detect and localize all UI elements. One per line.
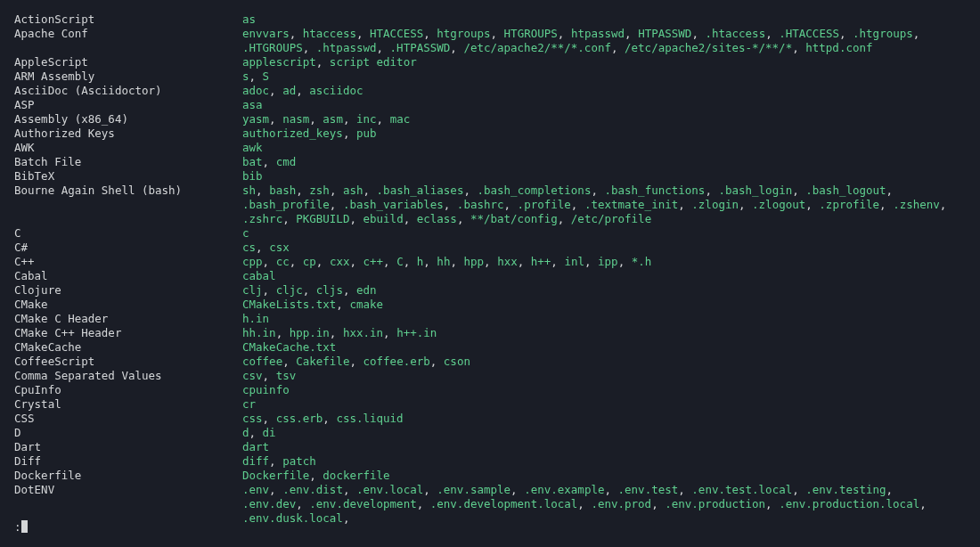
language-name: Clojure xyxy=(14,283,242,298)
language-name: C++ xyxy=(14,255,242,269)
language-name: CMake C Header xyxy=(14,312,242,326)
extension-token: .env.sample xyxy=(437,483,510,496)
extensions-cell: cabal xyxy=(242,269,980,283)
language-row: Batch Filebat, cmd xyxy=(14,155,980,169)
separator: , xyxy=(765,27,779,40)
extension-token: d xyxy=(242,426,249,439)
separator: , xyxy=(343,127,356,140)
extension-token: asm xyxy=(323,112,343,126)
separator: , xyxy=(551,255,564,268)
extension-token: awk xyxy=(242,141,263,154)
language-name: D xyxy=(14,426,242,440)
extension-token: edn xyxy=(356,283,377,297)
separator: , xyxy=(417,497,430,510)
extension-token: .env.dusk.local xyxy=(242,511,343,525)
extension-token: HTPASSWD xyxy=(638,27,691,40)
extension-token: sh xyxy=(242,184,256,197)
extension-token: .env.development.local xyxy=(430,497,578,510)
extension-token: *.h xyxy=(632,255,652,268)
extension-token: /etc/profile xyxy=(571,212,651,225)
language-row: Clojureclj, cljc, cljs, edn xyxy=(14,283,980,298)
extension-token: S xyxy=(263,69,270,83)
extension-token: ad xyxy=(282,84,296,97)
extension-token: css.erb xyxy=(276,412,323,425)
extension-token: script editor xyxy=(330,55,417,69)
separator: , xyxy=(343,483,356,496)
separator: , xyxy=(558,212,571,225)
extension-token: pub xyxy=(356,127,377,140)
language-name: ASP xyxy=(14,98,242,112)
extension-token: cxx xyxy=(330,255,350,268)
extension-token: htaccess xyxy=(303,27,356,40)
language-name: Batch File xyxy=(14,155,242,169)
language-name: DotENV xyxy=(14,483,242,497)
language-name: Diff xyxy=(14,454,242,469)
separator: , xyxy=(705,184,718,197)
extension-token: ipp xyxy=(598,255,618,268)
extension-token: .htgroups xyxy=(853,27,913,40)
separator: , xyxy=(491,27,504,40)
language-row: DotENV.env, .env.dist, .env.local, .env.… xyxy=(14,483,980,497)
extension-token: cr xyxy=(242,397,256,411)
extensions-cell: clj, cljc, cljs, edn xyxy=(242,283,980,298)
extension-token: .HTPASSWD xyxy=(390,41,451,54)
language-row: CMakeCacheCMakeCache.txt xyxy=(14,340,980,355)
language-name: BibTeX xyxy=(14,169,242,184)
extension-token: cs xyxy=(242,241,256,254)
separator: , xyxy=(276,326,290,339)
language-name: CMakeCache xyxy=(14,340,242,355)
language-list: ActionScriptasApache Confenvvars, htacce… xyxy=(14,12,980,526)
separator: , xyxy=(256,241,269,254)
extension-token: cpp xyxy=(242,255,263,268)
language-name: Crystal xyxy=(14,397,242,412)
extension-token: .bash_completions xyxy=(477,184,591,197)
extension-token: zsh xyxy=(309,184,330,197)
separator: , xyxy=(256,184,269,197)
extension-token: s xyxy=(242,69,249,83)
extension-token: inl xyxy=(564,255,584,268)
separator: , xyxy=(377,112,390,126)
separator: , xyxy=(290,27,303,40)
language-name: Authorized Keys xyxy=(14,127,242,141)
separator: , xyxy=(330,326,343,339)
separator: , xyxy=(765,497,779,510)
separator: , xyxy=(336,298,349,311)
language-row: AppleScriptapplescript, script editor xyxy=(14,55,980,69)
extensions-cell: awk xyxy=(242,141,980,155)
extension-token: coffee.erb xyxy=(363,355,430,368)
extensions-cell: css, css.erb, css.liquid xyxy=(242,412,980,426)
extension-token: adoc xyxy=(242,84,269,97)
extensions-cell: cpp, cc, cp, cxx, c++, C, h, hh, hpp, hx… xyxy=(242,255,980,269)
separator: , xyxy=(940,198,947,211)
extension-token: htgroups xyxy=(437,27,490,40)
extensions-cell: yasm, nasm, asm, inc, mac xyxy=(242,112,980,127)
language-name: C# xyxy=(14,241,242,255)
extensions-cell: cpuinfo xyxy=(242,383,980,397)
separator: , xyxy=(296,84,309,97)
prompt-line[interactable]: : xyxy=(14,520,28,535)
separator: , xyxy=(839,27,853,40)
separator: , xyxy=(249,69,263,83)
separator: , xyxy=(450,255,463,268)
separator: , xyxy=(282,212,296,225)
extension-token: HTACCESS xyxy=(370,27,423,40)
extension-token: as xyxy=(242,12,256,26)
extension-token: .zprofile xyxy=(819,198,879,211)
extension-token: ebuild xyxy=(363,212,404,225)
separator: , xyxy=(383,326,396,339)
extensions-cell: asa xyxy=(242,98,980,112)
separator: , xyxy=(263,255,276,268)
language-name: CMake C++ Header xyxy=(14,326,242,340)
separator: , xyxy=(343,283,356,297)
language-name: AsciiDoc (Asciidoctor) xyxy=(14,84,242,98)
extension-token: cc xyxy=(276,255,290,268)
extension-token: nasm xyxy=(282,112,309,126)
extensions-cell: c xyxy=(242,226,980,241)
language-row: Comma Separated Valuescsv, tsv xyxy=(14,369,980,383)
extensions-cell: .env.dusk.local, xyxy=(242,511,980,526)
extensions-cell: s, S xyxy=(242,69,980,84)
extensions-cell: coffee, Cakefile, coffee.erb, cson xyxy=(242,355,980,369)
language-row: .zshrc, PKGBUILD, ebuild, eclass, **/bat… xyxy=(14,212,980,226)
extension-token: .env.development xyxy=(309,497,416,510)
language-name: CSS xyxy=(14,412,242,426)
